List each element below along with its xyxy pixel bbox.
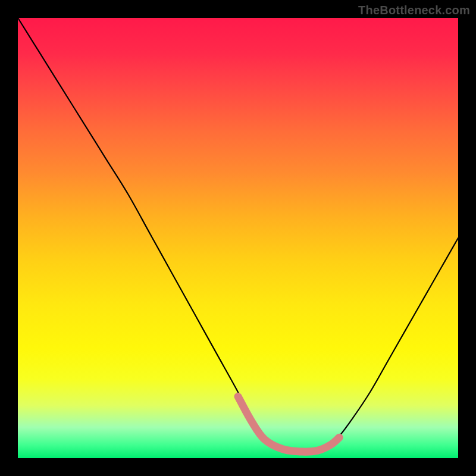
watermark-text: TheBottleneck.com	[358, 4, 470, 17]
curve-svg	[18, 18, 458, 458]
chart-container: TheBottleneck.com	[0, 0, 476, 476]
optimal-band	[238, 396, 339, 452]
bottleneck-curve	[18, 18, 458, 451]
plot-area	[18, 18, 458, 458]
